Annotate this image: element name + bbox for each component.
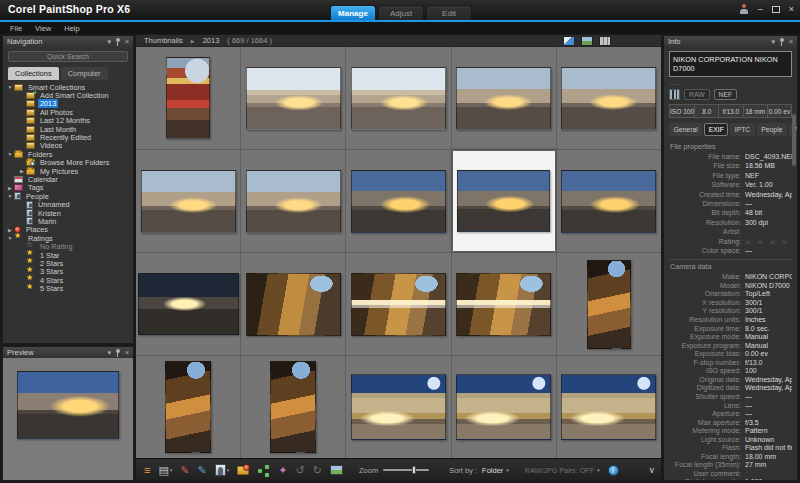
thumbnail-image[interactable] bbox=[138, 273, 239, 335]
sort-by-dropdown[interactable]: Folder ▾ bbox=[482, 466, 509, 475]
breadcrumb-folder[interactable]: 2013 bbox=[203, 36, 220, 45]
nav-tab-computer[interactable]: Computer bbox=[61, 67, 108, 80]
thumbnail-image[interactable] bbox=[456, 67, 551, 130]
tree-item-4-stars[interactable]: 4 Stars bbox=[3, 276, 133, 284]
thumbnail-image[interactable] bbox=[587, 260, 631, 349]
breadcrumb-root[interactable]: Thumbnails bbox=[144, 36, 183, 45]
close-panel-icon[interactable]: × bbox=[125, 38, 129, 46]
thumbnail-image[interactable] bbox=[351, 273, 446, 336]
thumbnail-image[interactable] bbox=[246, 67, 341, 130]
thumbnail-image[interactable] bbox=[456, 273, 551, 336]
thumbnail-image[interactable] bbox=[351, 374, 446, 440]
rollup-icon[interactable]: ▾ bbox=[107, 349, 111, 357]
tree-item-5-stars[interactable]: 5 Stars bbox=[3, 284, 133, 292]
rotate-left-icon[interactable]: ↺ bbox=[294, 463, 307, 477]
red-brush-icon[interactable]: ✎ bbox=[178, 463, 191, 477]
places-icon[interactable] bbox=[235, 465, 251, 476]
rollup-icon[interactable]: ▾ bbox=[771, 38, 775, 46]
tree-right-arrow-icon[interactable]: ▶ bbox=[6, 227, 14, 233]
tree-item-marin[interactable]: Marin bbox=[3, 217, 133, 225]
pin-icon[interactable] bbox=[779, 38, 785, 46]
tree-item-add-smart-collection[interactable]: Add Smart Collection bbox=[3, 91, 133, 99]
preview-image[interactable] bbox=[17, 371, 119, 439]
tree-down-arrow-icon[interactable]: ▼ bbox=[6, 235, 14, 241]
close-panel-icon[interactable]: × bbox=[789, 38, 793, 46]
thumbnail-image[interactable] bbox=[561, 374, 656, 440]
tree-item-tags[interactable]: ▶Tags bbox=[3, 184, 133, 192]
tree-item-kristen[interactable]: Kristen bbox=[3, 209, 133, 217]
collapse-panel-icon[interactable]: ∨ bbox=[648, 465, 655, 475]
thumbnail-grid-icon[interactable] bbox=[599, 36, 611, 46]
info-tab-general[interactable]: General bbox=[669, 123, 702, 136]
tree-item-places[interactable]: ▶Places bbox=[3, 226, 133, 234]
info-row-value: f/13.0 bbox=[745, 359, 792, 368]
restore-icon[interactable] bbox=[772, 6, 780, 13]
tree-down-arrow-icon[interactable]: ▼ bbox=[6, 84, 14, 90]
thumbnail-image[interactable] bbox=[165, 361, 211, 453]
info-tab-iptc[interactable]: IPTC bbox=[730, 123, 754, 136]
info-row-label: Exposure mode: bbox=[669, 333, 745, 342]
tree-item-1-star[interactable]: 1 Star bbox=[3, 251, 133, 259]
selected-thumbnail-image[interactable] bbox=[457, 170, 550, 232]
menu-help[interactable]: Help bbox=[64, 24, 79, 33]
view-swirl-icon[interactable] bbox=[563, 36, 575, 46]
nav-toggle-icon[interactable]: ≡ bbox=[142, 463, 152, 477]
thumbnail-image[interactable] bbox=[270, 361, 316, 453]
tree-right-arrow-icon[interactable]: ▶ bbox=[6, 185, 14, 191]
tree-item-recently-edited[interactable]: Recently Edited bbox=[3, 133, 133, 141]
preview-mode-icon[interactable] bbox=[581, 36, 593, 46]
thumbnail-image[interactable] bbox=[351, 170, 446, 233]
zoom-slider-thumb[interactable] bbox=[412, 466, 416, 474]
info-row-label: Y resolution: bbox=[669, 307, 745, 316]
rollup-icon[interactable]: ▾ bbox=[107, 38, 111, 46]
tree-item-calendar[interactable]: Calendar bbox=[3, 175, 133, 183]
close-icon[interactable]: × bbox=[789, 4, 794, 14]
pin-icon[interactable] bbox=[115, 349, 121, 357]
thumbnail-image[interactable] bbox=[561, 67, 656, 130]
people-tag-icon[interactable]: ▾ bbox=[213, 463, 232, 477]
info-tab-people[interactable]: People bbox=[757, 123, 787, 136]
thumbnail-image[interactable] bbox=[351, 67, 446, 130]
mode-tab-manage[interactable]: Manage bbox=[330, 5, 376, 20]
close-panel-icon[interactable]: × bbox=[125, 349, 129, 357]
collage-icon[interactable] bbox=[328, 464, 345, 476]
image-tray-icon[interactable]: ▤▾ bbox=[156, 463, 174, 477]
thumbnail-cell bbox=[241, 47, 345, 149]
share-icon[interactable] bbox=[255, 463, 272, 478]
scrollbar-thumb[interactable] bbox=[792, 114, 796, 166]
menu-file[interactable]: File bbox=[10, 24, 22, 33]
effects-icon[interactable]: ✦ bbox=[276, 463, 289, 477]
thumbnail-image[interactable] bbox=[166, 57, 210, 139]
tree-item-3-stars[interactable]: 3 Stars bbox=[3, 268, 133, 276]
info-help-icon[interactable] bbox=[608, 465, 619, 476]
pin-icon[interactable] bbox=[115, 38, 121, 46]
tree-item-videos[interactable]: Videos bbox=[3, 142, 133, 150]
mode-tab-edit[interactable]: Edit bbox=[426, 5, 472, 20]
menu-view[interactable]: View bbox=[35, 24, 51, 33]
nav-tab-collections[interactable]: Collections bbox=[8, 67, 59, 80]
tree-item-unnamed[interactable]: Unnamed bbox=[3, 200, 133, 208]
info-tab-exif[interactable]: EXIF bbox=[704, 123, 728, 136]
raw-jpg-pairs-toggle[interactable]: RAW/JPG Pairs: OFF ▾ bbox=[525, 466, 600, 475]
thumbnail-image[interactable] bbox=[561, 170, 656, 233]
minimize-icon[interactable]: – bbox=[758, 4, 763, 14]
tree-right-arrow-icon[interactable]: ▶ bbox=[18, 168, 26, 174]
exif-summary-value: f/13.0 bbox=[719, 105, 743, 117]
navigation-tree: ▼Smart CollectionsAdd Smart Collection20… bbox=[3, 83, 133, 293]
info-row: File type:NEF bbox=[669, 172, 792, 181]
tree-item-no-rating[interactable]: No Rating bbox=[3, 242, 133, 250]
blue-brush-icon[interactable]: ✎ bbox=[196, 463, 209, 477]
thumbnail-image[interactable] bbox=[246, 170, 341, 233]
thumbnail-image[interactable] bbox=[141, 170, 236, 233]
tree-down-arrow-icon[interactable]: ▼ bbox=[6, 193, 14, 199]
zoom-slider[interactable] bbox=[383, 469, 429, 471]
tree-down-arrow-icon[interactable]: ▼ bbox=[6, 151, 14, 157]
quick-search-input[interactable] bbox=[8, 51, 128, 62]
tree-item-my-pictures[interactable]: ▶My Pictures bbox=[3, 167, 133, 175]
thumbnail-image[interactable] bbox=[246, 273, 341, 336]
account-icon[interactable] bbox=[739, 4, 749, 14]
mode-tab-adjust[interactable]: Adjust bbox=[378, 5, 424, 20]
tree-item-2-stars[interactable]: 2 Stars bbox=[3, 259, 133, 267]
thumbnail-image[interactable] bbox=[456, 374, 551, 440]
rotate-right-icon[interactable]: ↻ bbox=[311, 463, 324, 477]
